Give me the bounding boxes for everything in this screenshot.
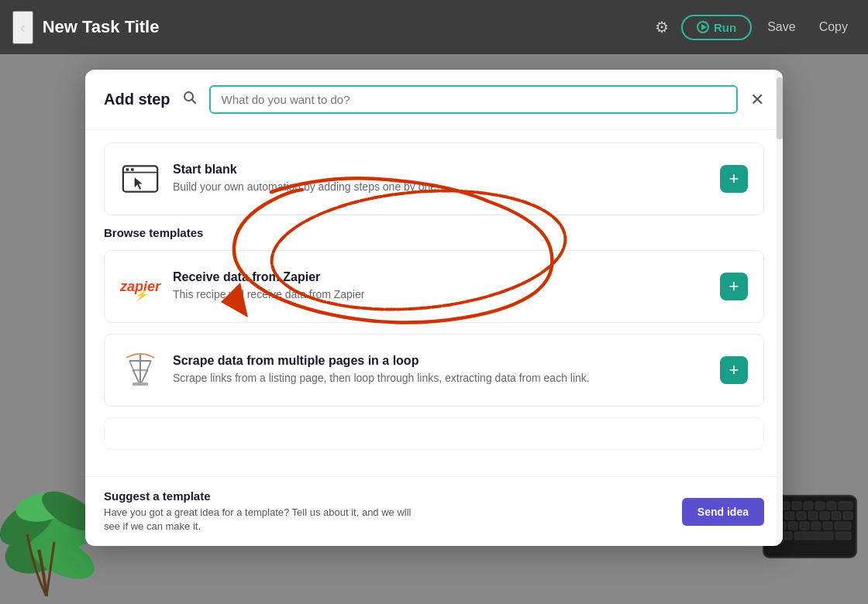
svg-rect-18: [808, 512, 818, 520]
svg-rect-21: [843, 512, 852, 520]
suggest-title: Suggest a template: [104, 489, 414, 503]
back-icon: ‹: [20, 19, 26, 36]
scraper-content: Scrape data from multiple pages in a loo…: [173, 354, 708, 386]
zapier-bolt-icon: ⚡: [134, 289, 147, 301]
start-blank-content: Start blank Build your own automation by…: [173, 163, 708, 195]
modal: Add step ✕: [85, 70, 783, 546]
play-triangle: [701, 24, 707, 30]
svg-rect-11: [804, 502, 813, 510]
svg-rect-29: [794, 532, 833, 540]
topbar-actions: ⚙ Run Save Copy: [650, 13, 856, 41]
zapier-card[interactable]: zapier ⚡ Receive data from Zapier This r…: [104, 250, 764, 323]
svg-point-2: [0, 491, 62, 554]
svg-point-1: [12, 498, 97, 555]
browse-templates-label: Browse templates: [104, 226, 764, 239]
svg-rect-14: [839, 502, 852, 510]
svg-rect-17: [797, 512, 806, 520]
start-blank-card[interactable]: Start blank Build your own automation by…: [104, 142, 764, 215]
next-card-icon: [120, 417, 160, 450]
search-input[interactable]: [209, 85, 738, 114]
run-button[interactable]: Run: [681, 15, 752, 40]
svg-rect-19: [820, 512, 829, 520]
svg-rect-16: [785, 512, 794, 520]
suggest-section: Suggest a template Have you got a great …: [85, 476, 783, 546]
modal-header: Add step ✕: [85, 70, 783, 130]
suggest-desc: Have you got a great idea for a template…: [104, 506, 414, 534]
copy-button[interactable]: Copy: [811, 15, 856, 39]
svg-marker-37: [135, 177, 143, 190]
search-icon-button[interactable]: [183, 91, 197, 108]
svg-rect-24: [800, 522, 809, 530]
svg-line-32: [191, 100, 195, 104]
search-icon: [183, 91, 197, 105]
zapier-content: Receive data from Zapier This recipe wil…: [173, 270, 708, 303]
scraper-card[interactable]: Scrape data from multiple pages in a loo…: [104, 334, 764, 407]
run-label: Run: [714, 21, 736, 34]
send-idea-button[interactable]: Send idea: [682, 498, 764, 526]
zapier-card-title: Receive data from Zapier: [173, 270, 708, 284]
scraper-card-title: Scrape data from multiple pages in a loo…: [173, 354, 708, 368]
settings-button[interactable]: ⚙: [650, 13, 673, 41]
run-play-icon: [697, 21, 709, 33]
svg-rect-25: [811, 522, 821, 530]
zapier-logo-text: zapier ⚡: [120, 279, 160, 295]
topbar: ‹ New Task Title ⚙ Run Save Copy: [0, 0, 868, 54]
scraper-icon: [120, 350, 160, 390]
settings-icon: ⚙: [655, 19, 669, 36]
zapier-add-button[interactable]: +: [720, 273, 748, 300]
start-blank-title: Start blank: [173, 163, 708, 177]
svg-point-0: [0, 517, 79, 582]
start-blank-icon: [120, 159, 160, 199]
close-button[interactable]: ✕: [750, 91, 764, 108]
start-blank-add-button[interactable]: +: [720, 165, 748, 193]
svg-rect-27: [835, 522, 851, 530]
svg-rect-10: [792, 502, 801, 510]
suggest-text: Suggest a template Have you got a great …: [104, 489, 414, 534]
svg-rect-35: [126, 168, 129, 171]
main-area: Add step ✕: [0, 54, 868, 604]
svg-rect-30: [835, 532, 851, 540]
modal-scrollbar-thumb: [777, 77, 783, 139]
start-blank-desc: Build your own automation by adding step…: [173, 180, 708, 195]
svg-rect-20: [832, 512, 841, 520]
back-button[interactable]: ‹: [12, 11, 33, 44]
svg-rect-13: [827, 502, 836, 510]
svg-rect-26: [823, 522, 832, 530]
svg-rect-12: [815, 502, 825, 510]
modal-scrollbar[interactable]: [777, 70, 783, 546]
next-card-partial: [104, 417, 764, 450]
svg-rect-36: [131, 168, 134, 171]
save-button[interactable]: Save: [760, 15, 803, 39]
svg-point-4: [13, 489, 71, 526]
scraper-add-button[interactable]: +: [720, 356, 748, 384]
page-title: New Task Title: [43, 17, 641, 37]
add-step-title: Add step: [104, 91, 170, 108]
svg-rect-23: [788, 522, 797, 530]
svg-rect-45: [133, 383, 148, 386]
modal-body: Start blank Build your own automation by…: [85, 130, 783, 476]
scraper-card-desc: Scrape links from a listing page, then l…: [173, 371, 708, 386]
zapier-card-desc: This recipe will receive data from Zapie…: [173, 287, 708, 303]
zapier-icon: zapier ⚡: [120, 266, 160, 307]
